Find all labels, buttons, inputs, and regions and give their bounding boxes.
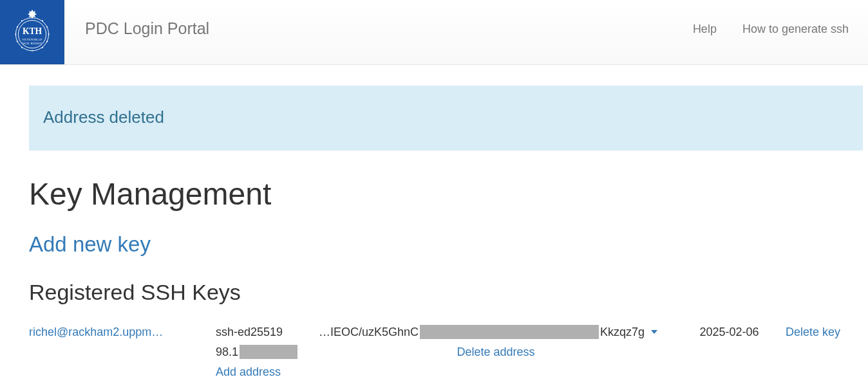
- address-ip: 98.1: [216, 343, 319, 362]
- svg-text:VETENSKAP: VETENSKAP: [22, 38, 42, 41]
- main-container: Address deleted Key Management Add new k…: [0, 86, 863, 381]
- navbar: KTH VETENSKAP OCH KONST PDC Login Portal…: [0, 0, 868, 65]
- svg-point-16: [21, 20, 23, 21]
- delete-address-link[interactable]: Delete address: [457, 345, 534, 358]
- page-title: Key Management: [29, 176, 863, 212]
- delete-key-link[interactable]: Delete key: [786, 323, 840, 342]
- svg-point-14: [46, 26, 48, 28]
- ssh-key-row: richel@rackham2.uppm… ssh-ed25519 …IEOC/…: [29, 323, 863, 342]
- svg-point-12: [46, 41, 48, 42]
- svg-text:KTH: KTH: [23, 26, 42, 36]
- svg-point-7: [15, 33, 16, 35]
- svg-point-10: [32, 50, 33, 51]
- svg-point-2: [31, 13, 33, 15]
- kth-logo-svg: KTH VETENSKAP OCH KONST: [6, 6, 58, 58]
- fingerprint-suffix: Kkzqz7g: [600, 323, 645, 342]
- add-address-row: Add address: [29, 363, 863, 381]
- add-new-key-link[interactable]: Add new key: [29, 232, 151, 257]
- svg-point-9: [21, 47, 23, 48]
- svg-point-6: [17, 26, 18, 28]
- svg-point-11: [42, 47, 43, 48]
- address-row: 98.1 Delete address: [29, 343, 863, 362]
- nav-howto-ssh[interactable]: How to generate ssh: [730, 19, 862, 39]
- redacted-block: [240, 345, 297, 359]
- expand-caret-icon[interactable]: [651, 330, 657, 334]
- svg-text:OCH KONST: OCH KONST: [23, 42, 42, 45]
- svg-point-15: [42, 20, 43, 21]
- brand-title: PDC Login Portal: [64, 0, 221, 64]
- fingerprint-prefix: …IEOC/uzK5GhnC: [319, 323, 419, 342]
- redacted-block: [420, 325, 599, 339]
- key-label[interactable]: richel@rackham2.uppm…: [29, 323, 216, 342]
- nav-help[interactable]: Help: [680, 19, 730, 39]
- svg-point-13: [48, 33, 50, 35]
- add-address-link[interactable]: Add address: [216, 365, 281, 378]
- key-date: 2025-02-06: [673, 323, 786, 342]
- ip-prefix: 98.1: [216, 343, 238, 362]
- kth-logo[interactable]: KTH VETENSKAP OCH KONST: [0, 0, 64, 64]
- key-fingerprint: …IEOC/uzK5GhnC Kkzqz7g: [319, 323, 673, 342]
- nav-links: Help How to generate ssh: [680, 0, 868, 64]
- svg-point-8: [17, 41, 18, 42]
- registered-keys-heading: Registered SSH Keys: [29, 280, 863, 305]
- alert-message: Address deleted: [43, 107, 164, 127]
- ssh-keys-table: richel@rackham2.uppm… ssh-ed25519 …IEOC/…: [29, 323, 863, 381]
- key-type: ssh-ed25519: [216, 323, 319, 342]
- alert-info: Address deleted: [29, 86, 863, 151]
